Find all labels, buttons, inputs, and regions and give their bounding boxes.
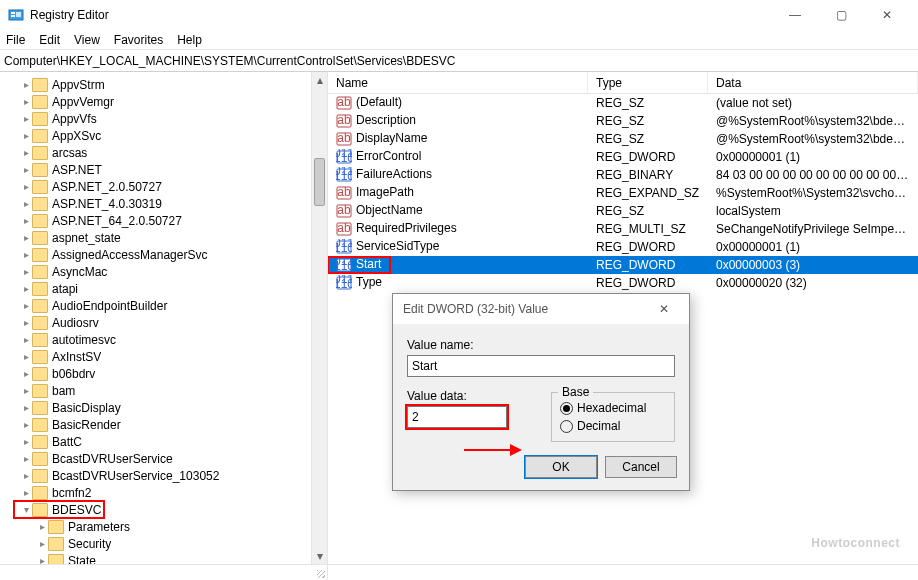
tree-item-appvstrm[interactable]: ▸AppvStrm: [6, 76, 327, 93]
value-data-input[interactable]: [407, 406, 507, 428]
value-row-description[interactable]: abDescriptionREG_SZ@%SystemRoot%\system3…: [328, 112, 918, 130]
expander-icon[interactable]: ▸: [20, 283, 32, 294]
expander-icon[interactable]: ▸: [20, 96, 32, 107]
tree-item-basicdisplay[interactable]: ▸BasicDisplay: [6, 399, 327, 416]
menu-favorites[interactable]: Favorites: [114, 33, 163, 47]
dialog-close-button[interactable]: ✕: [649, 294, 679, 324]
value-row-type[interactable]: 011110TypeREG_DWORD0x00000020 (32): [328, 274, 918, 292]
tree-item-atapi[interactable]: ▸atapi: [6, 280, 327, 297]
tree-item-appvvemgr[interactable]: ▸AppvVemgr: [6, 93, 327, 110]
statusbar: [0, 564, 918, 580]
tree-item-assignedaccessmanagersvc[interactable]: ▸AssignedAccessManagerSvc: [6, 246, 327, 263]
menu-edit[interactable]: Edit: [39, 33, 60, 47]
expander-icon[interactable]: ▸: [20, 181, 32, 192]
value-row-errorcontrol[interactable]: 011110ErrorControlREG_DWORD0x00000001 (1…: [328, 148, 918, 166]
value-row-imagepath[interactable]: abImagePathREG_EXPAND_SZ%SystemRoot%\Sys…: [328, 184, 918, 202]
tree-item-asp-net-64-2-0-50727[interactable]: ▸ASP.NET_64_2.0.50727: [6, 212, 327, 229]
tree-item-audiosrv[interactable]: ▸Audiosrv: [6, 314, 327, 331]
tree-item-b06bdrv[interactable]: ▸b06bdrv: [6, 365, 327, 382]
tree-item-asp-net[interactable]: ▸ASP.NET: [6, 161, 327, 178]
expander-icon[interactable]: ▸: [20, 300, 32, 311]
menu-help[interactable]: Help: [177, 33, 202, 47]
radio-hex[interactable]: Hexadecimal: [560, 399, 664, 417]
address-input[interactable]: [4, 54, 914, 68]
cancel-button[interactable]: Cancel: [605, 456, 677, 478]
expander-icon[interactable]: ▸: [36, 521, 48, 532]
expander-icon[interactable]: ▸: [20, 266, 32, 277]
expander-icon[interactable]: ▸: [20, 147, 32, 158]
expander-icon[interactable]: ▸: [20, 351, 32, 362]
radio-dec-label: Decimal: [577, 419, 620, 433]
expander-icon[interactable]: ▸: [20, 232, 32, 243]
close-button[interactable]: ✕: [864, 0, 910, 30]
ok-button[interactable]: OK: [525, 456, 597, 478]
expander-icon[interactable]: ▸: [20, 79, 32, 90]
expander-icon[interactable]: ▸: [20, 419, 32, 430]
menu-file[interactable]: File: [6, 33, 25, 47]
tree-item-battc[interactable]: ▸BattC: [6, 433, 327, 450]
expander-icon[interactable]: ▸: [20, 198, 32, 209]
tree-item-parameters[interactable]: ▸Parameters: [6, 518, 327, 535]
tree-item-security[interactable]: ▸Security: [6, 535, 327, 552]
maximize-button[interactable]: ▢: [818, 0, 864, 30]
minimize-button[interactable]: —: [772, 0, 818, 30]
value-row-failureactions[interactable]: 011110FailureActionsREG_BINARY84 03 00 0…: [328, 166, 918, 184]
value-data: %SystemRoot%\System32\svchost.exe -k ne: [708, 186, 918, 200]
tree-label: Audiosrv: [52, 316, 99, 330]
tree-item-appvvfs[interactable]: ▸AppvVfs: [6, 110, 327, 127]
menu-view[interactable]: View: [74, 33, 100, 47]
list-header: Name Type Data: [328, 72, 918, 94]
svg-text:110: 110: [336, 151, 352, 165]
tree-item-state[interactable]: ▸State: [6, 552, 327, 564]
value-type: REG_DWORD: [588, 258, 708, 272]
value-row-objectname[interactable]: abObjectNameREG_SZlocalSystem: [328, 202, 918, 220]
tree-item-appxsvc[interactable]: ▸AppXSvc: [6, 127, 327, 144]
value-name-input[interactable]: [407, 355, 675, 377]
tree-item-aspnet-state[interactable]: ▸aspnet_state: [6, 229, 327, 246]
tree-item-arcsas[interactable]: ▸arcsas: [6, 144, 327, 161]
col-type[interactable]: Type: [588, 72, 708, 93]
tree-item-asp-net-2-0-50727[interactable]: ▸ASP.NET_2.0.50727: [6, 178, 327, 195]
tree-item-bcmfn2[interactable]: ▸bcmfn2: [6, 484, 327, 501]
expander-icon[interactable]: ▸: [36, 538, 48, 549]
expander-icon[interactable]: ▸: [20, 436, 32, 447]
tree-label: BasicDisplay: [52, 401, 121, 415]
col-data[interactable]: Data: [708, 72, 918, 93]
value-row-displayname[interactable]: abDisplayNameREG_SZ@%SystemRoot%\system3…: [328, 130, 918, 148]
tree-scrollbar[interactable]: ▴ ▾: [311, 72, 327, 564]
radio-hex-label: Hexadecimal: [577, 401, 646, 415]
col-name[interactable]: Name: [328, 72, 588, 93]
radio-dec[interactable]: Decimal: [560, 417, 664, 435]
value-row-servicesidtype[interactable]: 011110ServiceSidTypeREG_DWORD0x00000001 …: [328, 238, 918, 256]
expander-icon[interactable]: ▸: [20, 130, 32, 141]
tree-item-asyncmac[interactable]: ▸AsyncMac: [6, 263, 327, 280]
expander-icon[interactable]: ▸: [20, 470, 32, 481]
value-type: REG_DWORD: [588, 240, 708, 254]
expander-icon[interactable]: ▸: [20, 317, 32, 328]
expander-icon[interactable]: ▸: [20, 368, 32, 379]
expander-icon[interactable]: ▸: [20, 164, 32, 175]
tree-item-axinstsv[interactable]: ▸AxInstSV: [6, 348, 327, 365]
value-row-requiredprivileges[interactable]: abRequiredPrivilegesREG_MULTI_SZSeChange…: [328, 220, 918, 238]
expander-icon[interactable]: ▸: [20, 402, 32, 413]
tree-item-basicrender[interactable]: ▸BasicRender: [6, 416, 327, 433]
value-row--default-[interactable]: ab(Default)REG_SZ(value not set): [328, 94, 918, 112]
expander-icon[interactable]: ▸: [20, 249, 32, 260]
tree-item-bam[interactable]: ▸bam: [6, 382, 327, 399]
expander-icon[interactable]: ▸: [20, 113, 32, 124]
expander-icon[interactable]: ▸: [20, 453, 32, 464]
tree-item-asp-net-4-0-30319[interactable]: ▸ASP.NET_4.0.30319: [6, 195, 327, 212]
expander-icon[interactable]: ▸: [36, 555, 48, 564]
expander-icon[interactable]: ▸: [20, 334, 32, 345]
value-row-start[interactable]: 011110StartREG_DWORD0x00000003 (3): [328, 256, 918, 274]
folder-icon: [32, 112, 48, 126]
expander-icon[interactable]: ▸: [20, 215, 32, 226]
tree-item-bcastdvruserservice-103052[interactable]: ▸BcastDVRUserService_103052: [6, 467, 327, 484]
tree-item-autotimesvc[interactable]: ▸autotimesvc: [6, 331, 327, 348]
expander-icon[interactable]: ▸: [20, 385, 32, 396]
folder-icon: [32, 350, 48, 364]
tree-item-audioendpointbuilder[interactable]: ▸AudioEndpointBuilder: [6, 297, 327, 314]
titlebar: Registry Editor — ▢ ✕: [0, 0, 918, 30]
expander-icon[interactable]: ▸: [20, 487, 32, 498]
tree-item-bcastdvruserservice[interactable]: ▸BcastDVRUserService: [6, 450, 327, 467]
